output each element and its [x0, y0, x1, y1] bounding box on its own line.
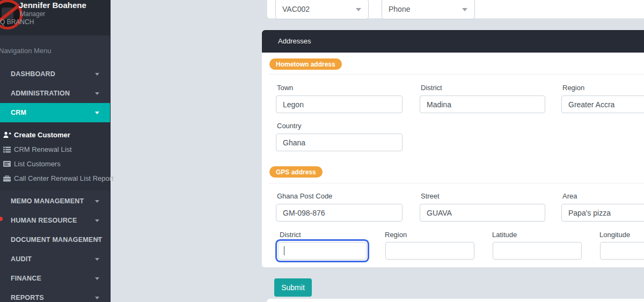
chevron-down-icon [95, 239, 99, 241]
longitude-label: Longitude [599, 231, 630, 239]
hometown-address-badge: Hometown address [269, 58, 342, 70]
divider [269, 183, 644, 183]
hometown-region-label: Region [562, 84, 584, 92]
longitude-input[interactable] [600, 242, 644, 260]
id-card-icon [3, 160, 12, 168]
previous-section-card: VAC002 Phone [267, 0, 644, 19]
app-screen: Jennifer Boahene Manager Q BRANCH Naviga… [0, 0, 644, 302]
chevron-down-icon [95, 297, 99, 299]
hometown-district-label: District [421, 84, 442, 92]
nav-menu-caption: Navigation Menu [0, 47, 52, 55]
gps-district-input[interactable] [278, 242, 367, 260]
gps-region-input[interactable] [385, 242, 474, 260]
gps-region-label: Region [385, 231, 407, 239]
latitude-input[interactable] [493, 242, 582, 260]
addresses-panel-header: Addresses [262, 30, 644, 53]
sidebar-item-finance[interactable]: FINANCE [0, 269, 110, 288]
sidebar-item-reports[interactable]: REPORTS [0, 288, 110, 302]
addresses-panel: Addresses Hometown address Town District… [261, 30, 644, 268]
latitude-label: Latitude [492, 231, 517, 239]
town-label: Town [277, 84, 293, 92]
submenu-item-create-customer[interactable]: Create Customer [0, 128, 110, 142]
briefcase-icon [3, 175, 12, 182]
code-select[interactable]: VAC002 [275, 0, 369, 19]
chevron-down-icon [95, 92, 99, 95]
panel-title: Addresses [278, 37, 311, 45]
sidebar-item-crm[interactable]: CRM [0, 103, 110, 122]
gps-district-label: District [280, 231, 301, 239]
list-icon [3, 146, 12, 153]
submit-button[interactable]: Submit [274, 278, 312, 297]
country-label: Country [277, 122, 302, 130]
divider [269, 74, 644, 75]
user-panel: Jennifer Boahene Manager Q BRANCH [0, 0, 110, 35]
chevron-down-icon [95, 277, 99, 280]
hometown-district-input[interactable] [420, 95, 545, 113]
sidebar-item-administration[interactable]: ADMINISTRATION [0, 84, 110, 103]
area-label: Area [562, 192, 577, 200]
town-input[interactable] [276, 95, 402, 113]
chevron-down-icon [95, 73, 99, 76]
post-code-input[interactable] [276, 204, 402, 222]
text-cursor [284, 246, 284, 255]
chevron-down-icon [95, 200, 99, 203]
select-caret-icon [356, 8, 361, 11]
user-role: Manager [20, 10, 45, 18]
chevron-down-icon [95, 258, 99, 261]
next-section-card-edge [267, 299, 644, 302]
submenu-item-call-center-renewal-report[interactable]: Call Center Renewal List Report [0, 171, 110, 186]
sidebar-item-dashboard[interactable]: DASHBOARD [0, 64, 110, 84]
chevron-down-icon [95, 112, 99, 114]
gps-address-badge: GPS address [269, 166, 323, 178]
select-caret-icon [462, 8, 467, 11]
sidebar-item-audit[interactable]: AUDIT [0, 249, 110, 269]
sidebar-item-human-resource[interactable]: HUMAN RESOURCE [0, 211, 110, 230]
hometown-region-input[interactable] [561, 95, 644, 113]
submenu-item-crm-renewal-list[interactable]: CRM Renewal List [0, 142, 110, 157]
sidebar-item-document-management[interactable]: DOCUMENT MANAGEMENT [0, 230, 110, 249]
user-name: Jennifer Boahene [19, 1, 86, 10]
sidebar-item-memo-management[interactable]: MEMO MANAGEMENT [0, 191, 110, 211]
post-code-label: Ghana Post Code [277, 192, 332, 200]
user-plus-icon [3, 131, 12, 139]
area-input[interactable] [561, 204, 644, 222]
chevron-down-icon [95, 219, 99, 222]
crm-submenu: Create Customer CRM Renewal List List Cu… [0, 122, 110, 190]
country-input[interactable] [276, 134, 402, 151]
street-input[interactable] [420, 204, 545, 222]
street-label: Street [421, 192, 440, 200]
submenu-item-list-customers[interactable]: List Customers [0, 157, 110, 171]
contact-type-select[interactable]: Phone [382, 0, 475, 19]
sidebar: Jennifer Boahene Manager Q BRANCH Naviga… [0, 0, 111, 302]
user-branch: Q BRANCH [0, 18, 34, 26]
